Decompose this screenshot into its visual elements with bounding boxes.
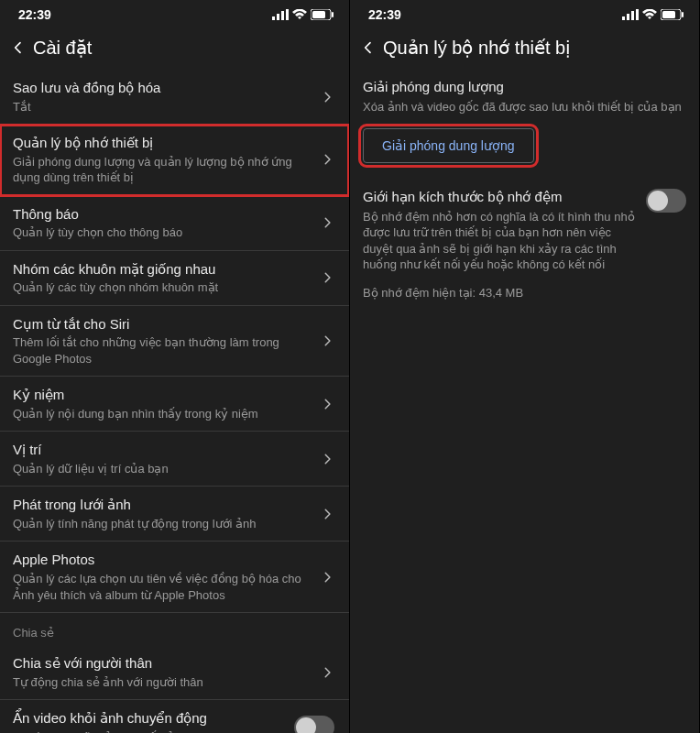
- settings-screen: 22:39 Cài đặt Sao lưu và đồng bộ hóaTắtQ…: [0, 0, 350, 733]
- row-title: Apple Photos: [13, 551, 311, 569]
- wifi-icon: [642, 9, 657, 20]
- svg-rect-1: [277, 14, 279, 20]
- row-title: Phát trong lưới ảnh: [13, 496, 311, 514]
- free-space-sub: Xóa ảnh và video gốc đã được sao lưu khỏ…: [363, 99, 686, 115]
- svg-rect-12: [662, 11, 675, 18]
- chevron-right-icon: [318, 332, 336, 350]
- chevron-right-icon: [318, 505, 336, 523]
- battery-icon: [661, 9, 684, 20]
- row-title: Cụm từ tắt cho Siri: [13, 315, 311, 334]
- settings-row[interactable]: Thông báoQuản lý tùy chọn cho thông báo: [0, 196, 349, 251]
- chevron-right-icon: [318, 450, 336, 468]
- cellular-icon: [272, 9, 289, 20]
- page-title: Cài đặt: [33, 37, 92, 59]
- chevron-right-icon: [318, 663, 336, 682]
- storage-screen: 22:39 Quản lý bộ nhớ thiết bị Giải phóng…: [350, 0, 700, 733]
- svg-rect-2: [281, 11, 284, 20]
- status-time: 22:39: [368, 7, 401, 22]
- free-space-title: Giải phóng dung lượng: [363, 79, 686, 95]
- row-title: Ẩn video khỏi ảnh chuyển động: [13, 709, 287, 728]
- row-title: Nhóm các khuôn mặt giống nhau: [13, 260, 311, 279]
- row-sub: Thêm lối tắt cho những việc bạn thường l…: [13, 334, 311, 366]
- row-sub: Tự động chia sẻ ảnh với người thân: [13, 674, 311, 691]
- cache-limit-sub: Bộ nhớ đệm nhỏ hơn có nghĩa là có ít hìn…: [363, 209, 637, 273]
- row-sub: Người khác sẽ chỉ nhìn thấy ảnh tĩnh: [13, 729, 287, 733]
- cache-limit-title: Giới hạn kích thước bộ nhớ đệm: [363, 189, 637, 205]
- svg-rect-6: [332, 12, 334, 17]
- settings-row[interactable]: Phát trong lưới ảnhQuản lý tính năng phá…: [0, 487, 349, 542]
- settings-row[interactable]: Apple PhotosQuản lý các lựa chọn ưu tiên…: [0, 542, 349, 613]
- row-sub: Quản lý tính năng phát tự động trong lướ…: [13, 516, 311, 532]
- cache-limit-block: Giới hạn kích thước bộ nhớ đệm Bộ nhớ đệ…: [350, 176, 699, 277]
- svg-rect-8: [627, 14, 629, 20]
- free-space-block: Giải phóng dung lượng Xóa ảnh và video g…: [350, 70, 699, 121]
- status-bar: 22:39: [0, 0, 349, 26]
- free-space-button[interactable]: Giải phóng dung lượng: [363, 128, 534, 163]
- row-title: Quản lý bộ nhớ thiết bị: [13, 134, 311, 152]
- back-icon[interactable]: [7, 37, 29, 59]
- row-sub: Quản lý dữ liệu vị trí của bạn: [13, 461, 311, 477]
- chevron-right-icon: [318, 88, 336, 106]
- row-sub: Quản lý các tùy chọn nhóm khuôn mặt: [13, 279, 311, 296]
- section-label-share: Chia sẻ: [0, 613, 349, 645]
- cellular-icon: [622, 9, 639, 20]
- status-bar: 22:39: [350, 0, 699, 26]
- settings-list[interactable]: Sao lưu và đồng bộ hóaTắtQuản lý bộ nhớ …: [0, 70, 349, 733]
- row-sub: Giải phóng dung lượng và quản lý lượng b…: [13, 154, 311, 186]
- header: Quản lý bộ nhớ thiết bị: [350, 26, 699, 70]
- svg-rect-10: [636, 9, 639, 20]
- settings-row[interactable]: Sao lưu và đồng bộ hóaTắt: [0, 70, 349, 125]
- row-title: Chia sẻ với người thân: [13, 654, 311, 673]
- row-sub: Quản lý các lựa chọn ưu tiên về việc đồn…: [13, 571, 311, 603]
- row-title: Kỷ niệm: [13, 386, 311, 404]
- svg-rect-3: [286, 9, 289, 20]
- toggle[interactable]: [294, 716, 334, 733]
- chevron-right-icon: [318, 213, 336, 232]
- chevron-right-icon: [318, 150, 336, 169]
- share-row[interactable]: Chia sẻ với người thânTự động chia sẻ ản…: [0, 645, 349, 700]
- row-sub: Quản lý nội dung bạn nhìn thấy trong kỷ …: [13, 406, 311, 422]
- svg-rect-7: [622, 16, 625, 20]
- chevron-right-icon: [318, 395, 336, 413]
- back-icon[interactable]: [357, 37, 379, 59]
- svg-rect-0: [272, 16, 275, 20]
- svg-rect-13: [682, 12, 684, 17]
- chevron-right-icon: [318, 268, 336, 287]
- chevron-right-icon: [318, 568, 336, 586]
- cache-current: Bộ nhớ đệm hiện tại: 43,4 MB: [350, 277, 699, 309]
- settings-row[interactable]: Nhóm các khuôn mặt giống nhauQuản lý các…: [0, 251, 349, 306]
- row-sub: Quản lý tùy chọn cho thông báo: [13, 224, 311, 241]
- battery-icon: [311, 9, 334, 20]
- share-row[interactable]: Ẩn video khỏi ảnh chuyển độngNgười khác …: [0, 700, 349, 733]
- status-time: 22:39: [18, 7, 51, 22]
- settings-row[interactable]: Quản lý bộ nhớ thiết bịGiải phóng dung l…: [0, 125, 349, 196]
- row-title: Thông báo: [13, 205, 311, 224]
- status-indicators: [272, 9, 334, 20]
- settings-row[interactable]: Kỷ niệmQuản lý nội dung bạn nhìn thấy tr…: [0, 377, 349, 432]
- wifi-icon: [292, 9, 307, 20]
- settings-row[interactable]: Vị tríQuản lý dữ liệu vị trí của bạn: [0, 432, 349, 487]
- settings-row[interactable]: Cụm từ tắt cho SiriThêm lối tắt cho nhữn…: [0, 306, 349, 377]
- header: Cài đặt: [0, 26, 349, 70]
- row-title: Sao lưu và đồng bộ hóa: [13, 79, 311, 97]
- status-indicators: [622, 9, 684, 20]
- svg-rect-9: [631, 11, 634, 20]
- cache-limit-toggle[interactable]: [646, 189, 686, 213]
- row-title: Vị trí: [13, 441, 311, 459]
- row-sub: Tắt: [13, 99, 311, 115]
- page-title: Quản lý bộ nhớ thiết bị: [383, 37, 571, 59]
- svg-rect-5: [312, 11, 325, 18]
